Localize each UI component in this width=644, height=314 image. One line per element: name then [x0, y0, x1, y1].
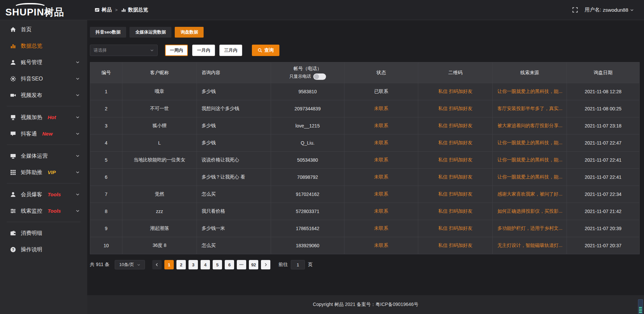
sidebar-item-label: 视频加热	[21, 114, 42, 120]
sidebar-item-consume-detail[interactable]: 消费明细	[0, 225, 87, 241]
breadcrumb-item-home[interactable]: 树品	[95, 7, 112, 13]
range-button-three-months[interactable]: 三月内	[219, 45, 242, 56]
range-button-one-month[interactable]: 一月内	[192, 45, 215, 56]
clue-source-link[interactable]: 多功能护栏灯，适用于乡村文...	[493, 220, 567, 237]
account-phone: love__1215	[271, 117, 344, 135]
breadcrumb-item-current[interactable]: 数据总览	[121, 7, 148, 13]
sidebar-item-douyin-seo[interactable]: 抖音SEO	[0, 70, 87, 87]
clue-source-link[interactable]: 让你一眼就爱上的黑科技，能...	[493, 152, 567, 169]
column-header: 二维码	[418, 62, 493, 83]
page-button-92[interactable]: 92	[249, 260, 258, 269]
breadcrumb-current-label: 数据总览	[128, 7, 148, 13]
row-index: 9	[90, 220, 122, 237]
sidebar-item-video-heat[interactable]: 视频加热Hot	[0, 109, 87, 125]
qrcode-link[interactable]: 私信 扫码加好友	[418, 186, 493, 203]
sidebar-item-home[interactable]: 首页	[0, 21, 87, 38]
prev-page-button[interactable]	[152, 260, 162, 269]
sidebar-item-label: 操作说明	[21, 246, 42, 253]
qrcode-link[interactable]: 私信 扫码加好友	[418, 203, 493, 220]
logo: SHUPIN树品	[0, 2, 87, 17]
page-button-2[interactable]: 2	[176, 260, 186, 269]
next-page-button[interactable]	[261, 260, 270, 269]
corner-widget[interactable]	[638, 299, 643, 314]
clue-source-link[interactable]: 让你一眼就爱上的黑科技，能...	[493, 135, 567, 152]
page-button-4[interactable]: 4	[201, 260, 210, 269]
table-body: 1哦章多少钱9583810已联系私信 扫码加好友让你一眼就爱上的黑科技，能...…	[90, 83, 640, 254]
page-button-1[interactable]: 1	[164, 260, 174, 269]
sidebar-item-clue-monitor[interactable]: 线索监控Tools	[0, 203, 87, 219]
qrcode-link[interactable]: 私信 扫码加好友	[418, 220, 493, 237]
status: 未联系	[344, 220, 418, 237]
tab-inquiry-data[interactable]: 询盘数据	[175, 27, 204, 38]
home-icon	[10, 27, 16, 33]
qrcode-link[interactable]: 私信 扫码加好友	[418, 152, 493, 169]
sidebar-item-label: 数据总览	[21, 43, 42, 49]
logo-text: SHUPIN树品	[5, 7, 87, 17]
clue-source-link[interactable]: 客厅安装投影半年多了，真实...	[493, 100, 567, 117]
status: 未联系	[344, 100, 418, 117]
page-size-select[interactable]: 10条/页	[115, 260, 145, 269]
sidebar-item-badge: New	[42, 130, 53, 137]
account-phone: 9583810	[271, 83, 344, 100]
status: 未联系	[344, 135, 418, 152]
chevron-down-icon	[75, 115, 80, 119]
sidebar-item-operation-guide[interactable]: ?操作说明	[0, 241, 87, 258]
clue-source-link[interactable]: 让你一眼就爱上的黑科技，能...	[493, 169, 567, 186]
goto-page-input[interactable]	[291, 260, 305, 269]
goto-suffix-label: 页	[308, 262, 313, 268]
account-select[interactable]: 请选择	[90, 45, 158, 56]
column-header-label: 帐号（电话）	[276, 66, 339, 72]
sidebar-item-douketong[interactable]: 抖客通New	[0, 125, 87, 142]
search-button[interactable]: 查询	[252, 45, 279, 56]
page-button-5[interactable]: 5	[213, 260, 222, 269]
clue-source-link[interactable]: 无主灯设计，智能磁吸轨道灯...	[493, 237, 567, 254]
inquiry-content: 多少钱一米	[197, 220, 271, 237]
select-chevron	[150, 48, 154, 52]
table-row: 7觉然怎么买917024162未联系私信 扫码加好友感谢大家喜欢我家，被问了好.…	[90, 186, 640, 203]
more-pages-button[interactable]: •••	[237, 260, 246, 269]
range-button-one-week[interactable]: 一周内	[165, 45, 188, 56]
customer-nickname	[122, 169, 197, 186]
user-menu[interactable]: 用户名: zswodun88	[585, 7, 634, 13]
clue-source-link[interactable]: 被大家追着问的客厅投影分享...	[493, 117, 567, 135]
qrcode-link[interactable]: 私信 扫码加好友	[418, 237, 493, 254]
chevron-down-icon	[75, 93, 80, 97]
qrcode-link[interactable]: 私信 扫码加好友	[418, 83, 493, 100]
sidebar-item-video-publish[interactable]: 视频发布	[0, 87, 87, 103]
status: 未联系	[344, 117, 418, 135]
page-button-3[interactable]: 3	[189, 260, 198, 269]
account-phone: 183929060	[271, 237, 344, 254]
row-index: 3	[90, 117, 122, 135]
filter-bar: 请选择 一周内一月内三月内 查询	[90, 45, 639, 56]
clue-source-link[interactable]: 感谢大家喜欢我家，被问了好...	[493, 186, 567, 203]
sidebar-item-matrix-boost[interactable]: 矩阵助推VIP	[0, 164, 87, 180]
inquiry-content: 多少钱	[197, 135, 271, 152]
heat-icon	[10, 114, 16, 120]
sidebar-item-badge: VIP	[48, 169, 56, 175]
inquiry-date: 2021-11-07 22:34	[567, 186, 640, 203]
clue-source-link[interactable]: 如何正确选择投影仪，买投影...	[493, 203, 567, 220]
tab-douyin-seo-data[interactable]: 抖音seo数据	[90, 27, 126, 38]
sidebar-item-member-burst[interactable]: 会员爆客Tools	[0, 186, 87, 203]
tab-media-operation-data[interactable]: 全媒体运营数据	[129, 27, 171, 38]
sidebar-item-account-management[interactable]: 账号管理	[0, 54, 87, 70]
sidebar-item-data-overview[interactable]: 数据总览	[0, 38, 87, 54]
page-size-label: 10条/页	[119, 262, 134, 268]
qrcode-link[interactable]: 私信 扫码加好友	[418, 135, 493, 152]
sidebar-item-media-operation[interactable]: 全媒体运营	[0, 148, 87, 164]
qrcode-link[interactable]: 私信 扫码加好友	[418, 100, 493, 117]
account-phone: 572803371	[271, 203, 344, 220]
fullscreen-button[interactable]	[572, 7, 578, 13]
row-index: 10	[90, 237, 122, 254]
qrcode-link[interactable]: 私信 扫码加好友	[418, 117, 493, 135]
page-button-6[interactable]: 6	[225, 260, 234, 269]
sidebar-item-label: 会员爆客	[21, 191, 42, 198]
qrcode-link[interactable]: 私信 扫码加好友	[418, 169, 493, 186]
chevron-down-icon	[75, 154, 80, 158]
customer-nickname: 36度 8	[122, 237, 197, 254]
goto-prefix-label: 前往	[278, 262, 288, 268]
tabs: 抖音seo数据全媒体运营数据询盘数据	[90, 27, 639, 38]
clue-source-link[interactable]: 让你一眼就爱上的黑科技，能...	[493, 83, 567, 100]
inquiry-content: 多少钱	[197, 117, 271, 135]
phone-only-toggle[interactable]	[313, 73, 326, 80]
